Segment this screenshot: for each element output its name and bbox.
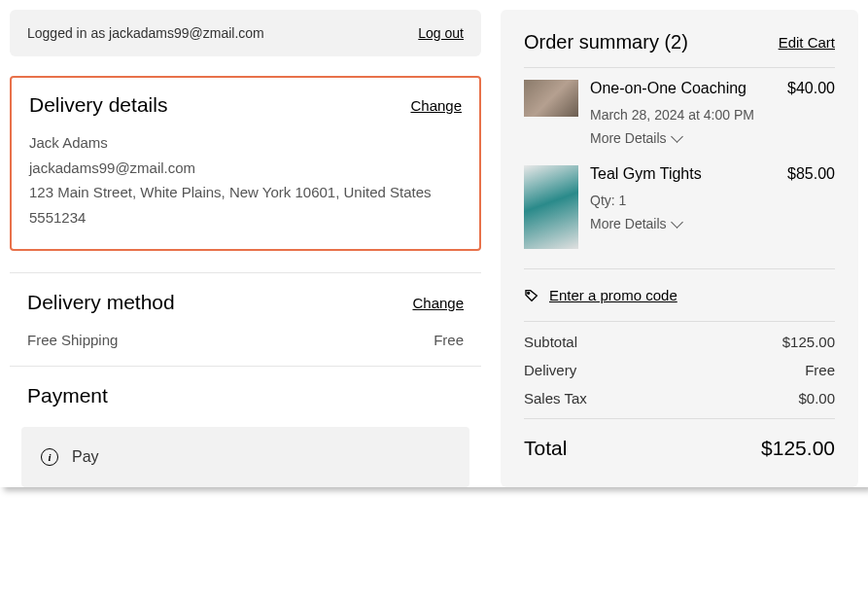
more-details-toggle[interactable]: More Details (590, 216, 776, 231)
divider (10, 366, 481, 367)
delivery-details-change-link[interactable]: Change (410, 97, 462, 114)
more-details-label: More Details (590, 130, 667, 146)
payment-title: Payment (10, 384, 481, 407)
chevron-down-icon (671, 216, 683, 229)
item-date: March 28, 2024 at 4:00 PM (590, 107, 776, 123)
subtotal-value: $125.00 (782, 334, 835, 350)
pay-label: Pay (72, 448, 99, 466)
edit-cart-link[interactable]: Edit Cart (779, 34, 835, 51)
divider (524, 67, 835, 68)
divider (524, 418, 835, 419)
subtotal-label: Subtotal (524, 334, 577, 350)
more-details-toggle[interactable]: More Details (590, 130, 776, 146)
order-summary: Order summary (2) Edit Cart One-on-One C… (501, 10, 858, 487)
delivery-method-section: Delivery method Change Free Shipping Fre… (10, 291, 481, 348)
login-bar: Logged in as jackadams99@zmail.com Log o… (10, 10, 481, 56)
delivery-phone: 5551234 (29, 205, 462, 230)
cart-item: One-on-One Coaching March 28, 2024 at 4:… (524, 80, 835, 146)
item-price: $40.00 (787, 80, 835, 146)
item-image (524, 165, 578, 249)
svg-point-0 (528, 292, 530, 294)
delivery-name: Jack Adams (29, 130, 462, 156)
divider (524, 321, 835, 322)
item-price: $85.00 (787, 165, 835, 249)
delivery-label: Delivery (524, 362, 576, 378)
cart-item: Teal Gym Tights Qty: 1 More Details $85.… (524, 165, 835, 249)
payment-box: i Pay (21, 427, 469, 487)
delivery-details-title: Delivery details (29, 93, 167, 117)
delivery-email: jackadams99@zmail.com (29, 156, 462, 181)
delivery-method-change-link[interactable]: Change (412, 295, 464, 311)
total-value: $125.00 (761, 437, 835, 460)
delivery-value: Free (805, 362, 835, 378)
more-details-label: More Details (590, 216, 667, 231)
promo-link[interactable]: Enter a promo code (549, 287, 677, 303)
divider (10, 272, 481, 273)
login-text: Logged in as jackadams99@zmail.com (27, 25, 264, 41)
tax-label: Sales Tax (524, 390, 587, 407)
delivery-details-section: Delivery details Change Jack Adams jacka… (10, 76, 481, 251)
info-icon: i (41, 448, 58, 466)
total-label: Total (524, 437, 567, 460)
item-name: Teal Gym Tights (590, 165, 776, 183)
delivery-method-title: Delivery method (27, 291, 175, 314)
item-image (524, 80, 578, 117)
tax-value: $0.00 (798, 390, 835, 407)
item-qty: Qty: 1 (590, 193, 776, 208)
order-summary-title: Order summary (2) (524, 31, 688, 53)
logout-link[interactable]: Log out (418, 25, 464, 41)
delivery-address: 123 Main Street, White Plains, New York … (29, 180, 462, 205)
promo-row[interactable]: Enter a promo code (524, 287, 835, 303)
tag-icon (524, 288, 539, 303)
item-name: One-on-One Coaching (590, 80, 776, 97)
shipping-price: Free (434, 332, 464, 348)
divider (524, 268, 835, 269)
shipping-name: Free Shipping (27, 332, 118, 348)
chevron-down-icon (671, 130, 683, 143)
